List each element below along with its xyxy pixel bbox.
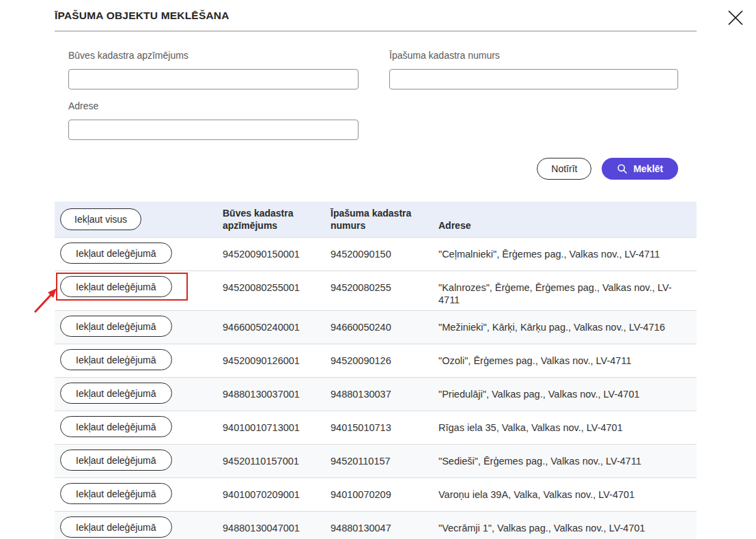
cadastral-designation-cell: 94520090126001 <box>216 344 324 371</box>
table-row: Iekļaut deleģējumā 94010070209001 940100… <box>55 478 697 511</box>
cadastral-designation-cell: 94520110157001 <box>216 445 324 471</box>
address-cell: Rīgas iela 35, Valka, Valkas nov., LV-47… <box>432 411 697 438</box>
address-cell: "Sedieši", Ērģemes pag., Valkas nov., LV… <box>432 445 697 471</box>
field-address: Adrese <box>68 100 359 140</box>
field-cadastral-designation: Būves kadastra apzīmējums <box>68 50 359 89</box>
include-all-button[interactable]: Iekļaut visus <box>60 208 141 230</box>
table-body: Iekļaut deleģējumā 94520090150001 945200… <box>55 237 697 539</box>
cadastral-number-cell: 94880130037 <box>324 378 432 404</box>
cadastral-designation-cell: 94880130037001 <box>216 378 324 404</box>
address-input[interactable] <box>68 120 359 140</box>
cadastral-designation-cell: 94660050240001 <box>216 311 324 337</box>
field-cadastral-number: Īpašuma kadastra numurs <box>389 50 678 89</box>
results-table: Iekļaut visus Būves kadastra apzīmējums … <box>55 202 697 539</box>
cadastral-designation-cell: 94520080255001 <box>216 271 324 298</box>
close-button[interactable] <box>725 7 746 29</box>
cadastral-number-cell: 94520110157 <box>324 445 432 471</box>
cadastral-number-cell: 94010070209 <box>324 478 432 505</box>
cadastral-number-cell: 94880130047 <box>324 512 432 538</box>
cadastral-number-cell: 94520090150 <box>324 238 432 264</box>
address-cell: "Mežinieki", Kārķi, Kārķu pag., Valkas n… <box>432 311 697 337</box>
include-delegation-button[interactable]: Iekļaut deleģējumā <box>60 416 172 437</box>
clear-button[interactable]: Notīrīt <box>537 158 591 180</box>
address-cell: "Kalnrozes", Ērģeme, Ērģemes pag., Valka… <box>432 271 697 310</box>
cadastral-designation-cell: 94880130047001 <box>216 512 324 538</box>
cadastral-number-cell: 94520080255 <box>324 271 432 298</box>
table-row: Iekļaut deleģējumā 94660050240001 946600… <box>55 310 697 344</box>
cadastral-number-cell: 94520090126 <box>324 344 432 371</box>
search-button[interactable]: Meklēt <box>602 158 678 180</box>
search-form: Būves kadastra apzīmējums Īpašuma kadast… <box>55 50 697 180</box>
close-icon <box>726 8 745 27</box>
property-search-modal: ĪPAŠUMA OBJEKTU MEKLĒŠANA Būves kadastra… <box>0 0 756 539</box>
include-delegation-button[interactable]: Iekļaut deleģējumā <box>60 483 172 504</box>
cadastral-designation-cell: 94010010713001 <box>216 411 324 438</box>
column-header-cadastral-number: Īpašuma kadastra numurs <box>324 207 432 232</box>
include-delegation-button[interactable]: Iekļaut deleģējumā <box>60 243 172 264</box>
title-divider <box>55 31 697 31</box>
include-delegation-button[interactable]: Iekļaut deleģējumā <box>60 349 172 370</box>
address-cell: "Priedulāji", Valkas pag., Valkas nov., … <box>432 378 697 404</box>
cadastral-designation-input[interactable] <box>68 69 359 89</box>
cadastral-number-label: Īpašuma kadastra numurs <box>389 50 678 61</box>
cadastral-designation-cell: 94520090150001 <box>216 238 324 264</box>
table-row: Iekļaut deleģējumā 94880130037001 948801… <box>55 377 697 411</box>
address-cell: "Ceļmalnieki", Ērģemes pag., Valkas nov.… <box>432 238 697 264</box>
include-delegation-button[interactable]: Iekļaut deleģējumā <box>60 383 172 404</box>
cadastral-designation-label: Būves kadastra apzīmējums <box>68 50 359 61</box>
address-cell: Varoņu iela 39A, Valka, Valkas nov., LV-… <box>432 478 697 505</box>
cadastral-number-input[interactable] <box>389 69 678 89</box>
table-row: Iekļaut deleģējumā 94010010713001 940150… <box>55 411 697 444</box>
table-row: Iekļaut deleģējumā 94880130047001 948801… <box>55 511 697 539</box>
cadastral-designation-cell: 94010070209001 <box>216 478 324 505</box>
search-icon <box>617 163 628 174</box>
include-delegation-button[interactable]: Iekļaut deleģējumā <box>60 450 172 471</box>
address-label: Adrese <box>68 100 359 111</box>
cadastral-number-cell: 94660050240 <box>324 311 432 337</box>
include-delegation-button[interactable]: Iekļaut deleģējumā <box>60 516 172 538</box>
include-delegation-button[interactable]: Iekļaut deleģējumā <box>60 276 172 297</box>
table-header-row: Iekļaut visus Būves kadastra apzīmējums … <box>55 202 697 237</box>
table-row: Iekļaut deleģējumā 94520090126001 945200… <box>55 344 697 377</box>
page-title: ĪPAŠUMA OBJEKTU MEKLĒŠANA <box>55 10 697 22</box>
column-header-address: Adrese <box>432 219 697 232</box>
column-header-cadastral-designation: Būves kadastra apzīmējums <box>216 207 324 232</box>
search-button-label: Meklēt <box>633 163 663 174</box>
address-cell: "Vecrāmji 1", Valkas pag., Valkas nov., … <box>432 512 697 538</box>
table-row: Iekļaut deleģējumā 94520080255001 945200… <box>55 271 697 310</box>
cadastral-number-cell: 94015010713 <box>324 411 432 438</box>
address-cell: "Ozoli", Ērģemes pag., Valkas nov., LV-4… <box>432 344 697 371</box>
table-row: Iekļaut deleģējumā 94520090150001 945200… <box>55 237 697 271</box>
table-row: Iekļaut deleģējumā 94520110157001 945201… <box>55 444 697 478</box>
include-delegation-button[interactable]: Iekļaut deleģējumā <box>60 316 172 337</box>
